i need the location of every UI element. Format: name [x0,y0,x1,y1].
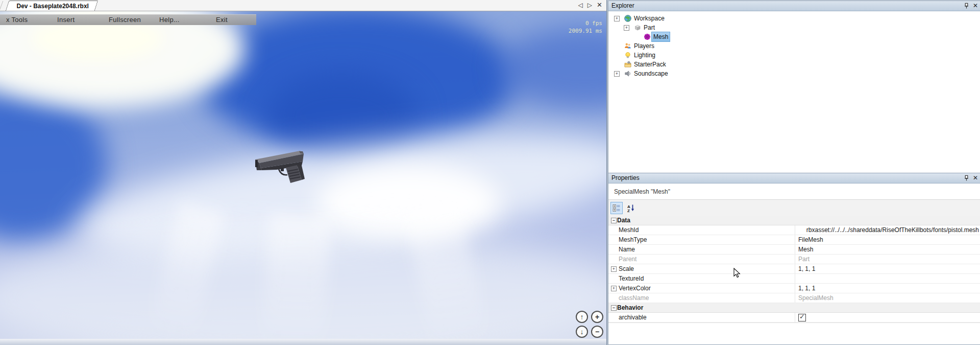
categorized-icon[interactable] [610,202,623,214]
roblox-studio-window: Dev - Baseplate2048.rbxl ◁ ▷ ✕ x ToolsIn… [0,0,980,345]
prop-name: Parent [619,256,636,263]
zoom-in-button[interactable]: + [591,311,603,323]
tree-item-label[interactable]: Players [632,41,656,51]
sky-render[interactable]: x ToolsInsertFullscreenHelp...Exit 0 fps… [0,11,606,339]
prop-row-classname[interactable]: classNameSpecialMesh [608,293,980,303]
tree-row-soundscape[interactable]: +Soundscape [608,69,980,78]
prop-row-scale[interactable]: +Scale1, 1, 1 [608,264,980,274]
tab-close-icon[interactable]: ✕ [597,1,602,9]
tree-item-label[interactable]: Soundscape [632,69,670,78]
menu-item-exit[interactable]: Exit [216,15,228,25]
prop-value[interactable]: Part [795,255,980,264]
close-icon[interactable]: ✕ [973,174,978,182]
tree-item-label[interactable]: Lighting [632,51,657,60]
tree-item-label[interactable]: Part [642,23,656,32]
properties-header[interactable]: Properties ✕ [608,173,980,183]
tree-item-label[interactable]: Mesh [652,32,670,41]
prop-row-textureid[interactable]: TextureId [608,274,980,284]
properties-panel: Properties ✕ SpecialMesh "Mesh" [608,173,980,345]
collapse-icon[interactable]: − [611,218,617,223]
tab-next-icon[interactable]: ▷ [587,1,592,9]
tilt-down-button[interactable]: ↓ [576,326,588,338]
property-grid: −DataMeshIdrbxasset://../../../shareddat… [608,216,980,323]
prop-value[interactable]: Mesh [795,245,980,254]
section-label: Behavior [617,304,643,311]
zoom-out-button[interactable]: − [591,326,603,338]
properties-title: Properties [611,173,640,183]
prop-value[interactable]: SpecialMesh [795,293,980,303]
properties-toolbar: A Z [608,200,980,216]
prop-name: Scale [619,265,634,272]
document-tab[interactable]: Dev - Baseplate2048.rbxl [6,1,99,11]
tab-controls: ◁ ▷ ✕ [578,1,602,9]
prop-name: className [619,294,649,302]
lighting-icon [624,52,631,59]
prop-row-vertexcolor[interactable]: +VertexColor1, 1, 1 [608,284,980,293]
section-label: Data [617,217,630,224]
prop-value[interactable]: FileMesh [795,235,980,244]
up-arrow-icon: ↑ [580,313,584,320]
expand-icon[interactable]: + [614,16,620,21]
prop-value: ✓ [795,313,980,322]
tree-row-mesh[interactable]: Mesh [608,32,980,41]
starterpack-icon [624,61,631,68]
viewport-3d[interactable]: Dev - Baseplate2048.rbxl ◁ ▷ ✕ x ToolsIn… [0,0,606,345]
plus-icon: + [595,313,599,320]
mesh-icon [644,33,651,40]
tree-row-players[interactable]: Players [608,41,980,51]
prop-value[interactable]: 1, 1, 1 [795,284,980,293]
pin-icon[interactable] [964,175,969,181]
mouse-cursor [733,268,741,279]
prop-row-meshtype[interactable]: MeshTypeFileMesh [608,235,980,245]
menu-item-fullscreen[interactable]: Fullscreen [109,15,141,25]
az-sort-icon[interactable]: A Z [625,202,637,214]
archivable-checkbox[interactable]: ✓ [798,314,806,321]
checkmark-icon: ✓ [799,313,805,321]
tree-row-starterpack[interactable]: StarterPack [608,60,980,69]
menu-item-help[interactable]: Help... [159,15,180,25]
close-icon[interactable]: ✕ [973,2,978,10]
fps-value: 0 fps [569,19,602,27]
tree-item-label[interactable]: StarterPack [632,60,668,69]
section-header-data[interactable]: −Data [608,216,980,225]
prop-name: VertexColor [619,285,651,292]
explorer-header[interactable]: Explorer ✕ [608,1,980,11]
selected-object-label: SpecialMesh "Mesh" [608,188,670,195]
dock-column: Explorer ✕ +Workspace+PartMeshPlayersLig… [606,0,980,345]
menu-item-insert[interactable]: Insert [57,15,75,25]
menu-item-x-tools[interactable]: x Tools [6,15,28,25]
prop-value[interactable] [795,274,980,283]
prop-row-name[interactable]: NameMesh [608,245,980,255]
tree-item-label[interactable]: Workspace [632,14,666,23]
workspace-globe-icon [624,15,631,22]
collapse-icon[interactable]: − [611,305,617,311]
prop-row-meshid[interactable]: MeshIdrbxasset://../../../shareddata/Ris… [608,225,980,235]
expand-icon[interactable]: + [624,25,629,31]
sky-deep-blue-patch [500,27,606,108]
window-bottom-edge [0,339,606,345]
pistol-mesh-object[interactable] [254,147,314,184]
prop-value[interactable]: rbxasset://../../../shareddata/RiseOfThe… [795,225,980,235]
prop-name: Name [619,246,635,253]
document-tab-label: Dev - Baseplate2048.rbxl [17,2,89,11]
expand-icon[interactable]: + [614,71,620,77]
expand-icon[interactable]: + [611,266,617,272]
section-header-behavior[interactable]: −Behavior [608,303,980,313]
prop-row-archivable[interactable]: archivable✓ [608,313,980,323]
prop-name: MeshType [619,236,647,243]
prop-name: archivable [619,314,647,321]
tree-row-part[interactable]: +Part [608,23,980,32]
explorer-title: Explorer [611,1,634,11]
tree-row-workspace[interactable]: +Workspace [608,14,980,23]
pin-icon[interactable] [964,3,969,9]
svg-text:Z: Z [627,208,630,212]
prop-value[interactable]: 1, 1, 1 [795,264,980,273]
prop-row-parent[interactable]: ParentPart [608,255,980,264]
tilt-up-button[interactable]: ↑ [576,311,588,323]
expand-icon[interactable]: + [611,286,617,291]
tab-prev-icon[interactable]: ◁ [578,1,583,9]
prop-name: TextureId [619,275,644,282]
fps-overlay: 0 fps 2009.91 ms [569,19,602,35]
tree-row-lighting[interactable]: Lighting [608,51,980,60]
part-brick-icon [634,24,641,31]
